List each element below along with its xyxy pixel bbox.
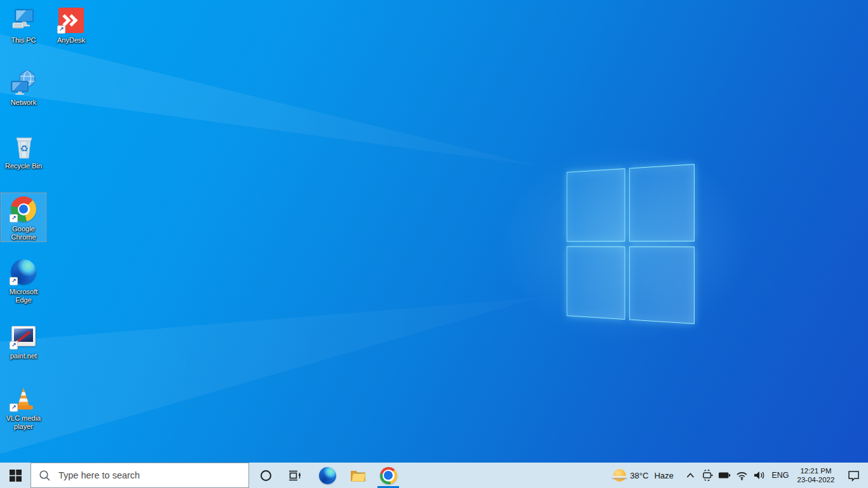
microsoft-edge-icon: ↗ [10,258,37,286]
tray-volume-button[interactable] [750,463,769,488]
windows-start-icon [10,470,22,482]
svg-text:♻: ♻ [20,143,28,154]
weather-haze-icon [613,469,626,482]
shortcut-arrow-icon: ↗ [57,25,65,34]
icon-label: VLC media player [1,414,46,431]
vlc-icon: ↗ [10,384,37,412]
desktop-icon-microsoft-edge[interactable]: ↗ Microsoft Edge [1,255,46,305]
shortcut-arrow-icon: ↗ [10,341,18,349]
desktop-icon-vlc[interactable]: ↗ VLC media player [1,382,46,431]
chevron-up-icon [686,471,695,479]
action-center-icon [847,470,860,482]
tray-network-button[interactable] [733,463,750,488]
battery-icon [718,471,731,479]
icon-label: Google Chrome [1,225,46,241]
tray-battery-button[interactable] [715,463,733,488]
task-view-button[interactable] [282,463,308,488]
windows-logo-pane [567,168,625,241]
taskbar-search[interactable] [31,463,249,488]
windows-logo-pane [629,247,695,324]
icon-label: Network [11,98,36,107]
shortcut-arrow-icon: ↗ [10,277,18,285]
weather-condition: Haze [654,471,674,480]
desktop-icon-anydesk[interactable]: ↗ AnyDesk [48,4,94,45]
microsoft-edge-icon [319,467,336,484]
recycle-bin-icon: ♻ [10,132,37,160]
desktop-icon-network[interactable]: Network [1,66,46,107]
cortana-icon [261,470,271,481]
search-input[interactable] [57,470,222,481]
windows-logo [567,164,695,324]
wifi-icon [736,471,748,480]
google-chrome-icon [380,467,397,484]
desktop-icon-google-chrome[interactable]: ↗ Google Chrome [1,193,46,242]
language-indicator[interactable]: ENG [769,463,792,488]
desktop-icon-paint-net[interactable]: ↗ paint.net [1,320,46,361]
taskbar-file-explorer-button[interactable] [346,463,370,488]
hidden-icons-button[interactable] [681,463,699,488]
start-button[interactable] [0,463,31,488]
clock-date: 23-04-2022 [797,475,835,484]
action-center-button[interactable] [840,463,867,488]
wallpaper [0,0,868,488]
paint-net-icon: ↗ [10,322,37,350]
taskbar-chrome-button[interactable] [376,463,400,488]
icon-label: AnyDesk [57,36,85,44]
weather-widget[interactable]: 38°C Haze [613,463,674,488]
anydesk-icon: ↗ [57,6,85,34]
taskbar: 38°C Haze [0,463,868,488]
cortana-button[interactable] [253,463,278,488]
tray-anydesk-button[interactable] [699,463,715,488]
file-explorer-icon [349,467,367,484]
weather-temperature: 38°C [630,471,649,480]
google-chrome-icon: ↗ [10,195,37,223]
desktop-icon-recycle-bin[interactable]: ♻ Recycle Bin [1,130,46,171]
icon-label: Microsoft Edge [1,288,46,304]
this-pc-icon [10,6,37,34]
volume-icon [753,470,766,480]
search-icon [39,470,51,482]
icon-label: This PC [11,36,36,44]
anydesk-tray-icon [702,470,714,481]
task-view-icon [288,470,302,482]
windows-logo-pane [629,164,695,241]
clock[interactable]: 12:21 PM 23-04-2022 [792,463,840,488]
taskbar-edge-button[interactable] [316,463,339,488]
network-icon [10,69,37,97]
windows-logo-pane [567,247,625,320]
desktop-icon-this-pc[interactable]: This PC [1,4,46,45]
shortcut-arrow-icon: ↗ [10,214,18,222]
shortcut-arrow-icon: ↗ [10,403,18,412]
language-label: ENG [771,471,789,480]
clock-time: 12:21 PM [797,466,835,475]
icon-label: Recycle Bin [5,162,42,170]
icon-label: paint.net [10,352,37,360]
